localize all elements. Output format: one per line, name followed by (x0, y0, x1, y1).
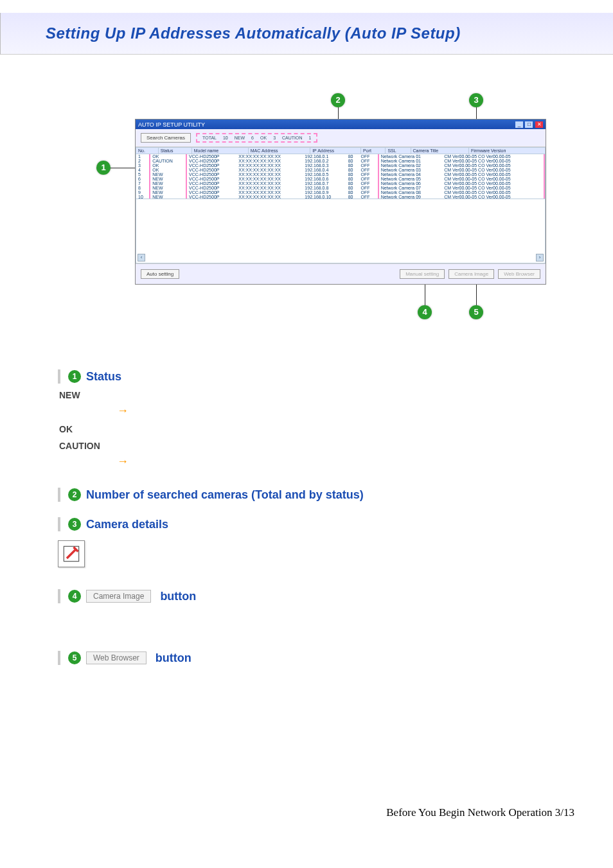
cell-title: Network Camera 08 (378, 190, 442, 195)
col-ssl[interactable]: SSL (386, 148, 411, 154)
table-row[interactable]: 1OKVCC-HD2500PXX:XX:XX:XX:XX:XX192.168.0… (136, 154, 544, 159)
count-total: 10 (220, 136, 231, 140)
page-footer: Before You Begin Network Operation 3/13 (0, 800, 613, 832)
cell-port: 80 (346, 172, 359, 177)
cell-fw: CM Ver00.00-05 CO Ver00.00-05 (442, 168, 544, 172)
cell-ssl: OFF (359, 177, 378, 181)
cell-mac: XX:XX:XX:XX:XX:XX (236, 177, 303, 181)
count-ok-label: OK (258, 136, 269, 140)
cell-mac: XX:XX:XX:XX:XX:XX (236, 159, 303, 163)
manual-setting-button[interactable]: Manual setting (400, 269, 445, 279)
cell-title: Network Camera 02 (378, 163, 442, 168)
cell-no: 4 (136, 168, 150, 172)
cell-fw: CM Ver00.00-05 CO Ver00.00-05 (442, 163, 544, 168)
cell-ip: 192.168.0.6 (303, 177, 346, 181)
col-status[interactable]: Status (158, 148, 191, 154)
callout-1: 1 (96, 161, 111, 175)
table-row[interactable]: 3OKVCC-HD2500PXX:XX:XX:XX:XX:XX192.168.0… (136, 163, 544, 168)
cell-port: 80 (346, 186, 359, 190)
cell-status: NEW (150, 177, 186, 181)
cell-status: CAUTION (150, 159, 186, 163)
section-4-num: 4 (68, 590, 81, 603)
cell-ip: 192.168.0.10 (303, 195, 346, 199)
section-bar-icon (58, 488, 60, 502)
table-row[interactable]: 6NEWVCC-HD2500PXX:XX:XX:XX:XX:XX192.168.… (136, 177, 544, 181)
section-1-title: Status (86, 370, 121, 384)
cell-ip: 192.168.0.5 (303, 172, 346, 177)
cell-fw: CM Ver00.00-05 CO Ver00.00-05 (442, 190, 544, 195)
cell-no: 7 (136, 181, 150, 186)
cell-ip: 192.168.0.7 (303, 181, 346, 186)
cell-ssl: OFF (359, 168, 378, 172)
col-port[interactable]: Port (361, 148, 386, 154)
app-window: AUTO IP SETUP UTILITY _ □ ✕ Search Camer… (135, 119, 546, 285)
close-icon[interactable]: ✕ (535, 121, 543, 128)
cell-fw: CM Ver00.00-05 CO Ver00.00-05 (442, 159, 544, 163)
cell-ssl: OFF (359, 159, 378, 163)
cell-port: 80 (346, 181, 359, 186)
count-new: 6 (249, 136, 256, 140)
cell-model: VCC-HD2500P (186, 177, 236, 181)
minimize-icon[interactable]: _ (515, 121, 523, 128)
col-mac[interactable]: MAC Address (248, 148, 310, 154)
cell-status: OK (150, 168, 186, 172)
table-row[interactable]: 2CAUTIONVCC-HD2500PXX:XX:XX:XX:XX:XX192.… (136, 159, 544, 163)
cell-mac: XX:XX:XX:XX:XX:XX (236, 168, 303, 172)
scroll-right-icon[interactable]: › (536, 254, 544, 261)
cell-ssl: OFF (359, 186, 378, 190)
table-row[interactable]: 7NEWVCC-HD2500PXX:XX:XX:XX:XX:XX192.168.… (136, 181, 544, 186)
cell-ip: 192.168.0.3 (303, 163, 346, 168)
table-row[interactable]: 4OKVCC-HD2500PXX:XX:XX:XX:XX:XX192.168.0… (136, 168, 544, 172)
col-fw[interactable]: Firmware Version (468, 148, 545, 154)
maximize-icon[interactable]: □ (525, 121, 533, 128)
section-5-word: button (155, 651, 191, 665)
cell-port: 80 (346, 159, 359, 163)
auto-setting-button[interactable]: Auto setting (141, 269, 179, 279)
cell-title: Network Camera 04 (378, 172, 442, 177)
cell-model: VCC-HD2500P (186, 163, 236, 168)
cell-no: 10 (136, 195, 150, 199)
cell-mac: XX:XX:XX:XX:XX:XX (236, 190, 303, 195)
col-no[interactable]: No. (136, 148, 159, 154)
cell-model: VCC-HD2500P (186, 186, 236, 190)
count-caution-label: CAUTION (280, 136, 305, 140)
arrow-right-icon: → (117, 455, 574, 468)
search-cameras-button[interactable]: Search Cameras (141, 133, 191, 143)
web-browser-button[interactable]: Web Browser (498, 269, 540, 279)
cell-model: VCC-HD2500P (186, 181, 236, 186)
table-row[interactable]: 9NEWVCC-HD2500PXX:XX:XX:XX:XX:XX192.168.… (136, 190, 544, 195)
page-title: Setting Up IP Addresses Automatically (A… (46, 24, 600, 42)
camera-image-button[interactable]: Camera Image (449, 269, 494, 279)
app-titlebar: AUTO IP SETUP UTILITY _ □ ✕ (136, 120, 546, 129)
cell-model: VCC-HD2500P (186, 190, 236, 195)
col-model[interactable]: Model name (191, 148, 248, 154)
table-row[interactable]: 8NEWVCC-HD2500PXX:XX:XX:XX:XX:XX192.168.… (136, 186, 544, 190)
section-4-word: button (160, 590, 196, 603)
table-row[interactable]: 5NEWVCC-HD2500PXX:XX:XX:XX:XX:XX192.168.… (136, 172, 544, 177)
cell-ssl: OFF (359, 154, 378, 159)
cell-fw: CM Ver00.00-05 CO Ver00.00-05 (442, 181, 544, 186)
counts-row: TOTAL 10 NEW 6 OK 3 CAUTION 1 (196, 133, 317, 143)
cell-no: 8 (136, 186, 150, 190)
cell-title: Network Camera 05 (378, 177, 442, 181)
cell-model: VCC-HD2500P (186, 195, 236, 199)
cell-model: VCC-HD2500P (186, 168, 236, 172)
web-browser-inline-button: Web Browser (86, 651, 147, 664)
section-4-head: 4 Camera Image button (58, 589, 574, 603)
cell-no: 2 (136, 159, 150, 163)
cell-ssl: OFF (359, 181, 378, 186)
cell-port: 80 (346, 190, 359, 195)
cell-ssl: OFF (359, 190, 378, 195)
col-ip[interactable]: IP Address (310, 148, 361, 154)
cell-port: 80 (346, 168, 359, 172)
cell-status: NEW (150, 190, 186, 195)
cell-ssl: OFF (359, 172, 378, 177)
section-bar-icon (58, 651, 60, 665)
table-row[interactable]: 10NEWVCC-HD2500PXX:XX:XX:XX:XX:XX192.168… (136, 195, 544, 199)
col-title[interactable]: Camera Title (411, 148, 468, 154)
app-title: AUTO IP SETUP UTILITY (138, 121, 205, 128)
callout-2: 2 (331, 93, 345, 107)
cell-mac: XX:XX:XX:XX:XX:XX (236, 172, 303, 177)
scroll-left-icon[interactable]: ‹ (138, 254, 145, 261)
cell-mac: XX:XX:XX:XX:XX:XX (236, 163, 303, 168)
